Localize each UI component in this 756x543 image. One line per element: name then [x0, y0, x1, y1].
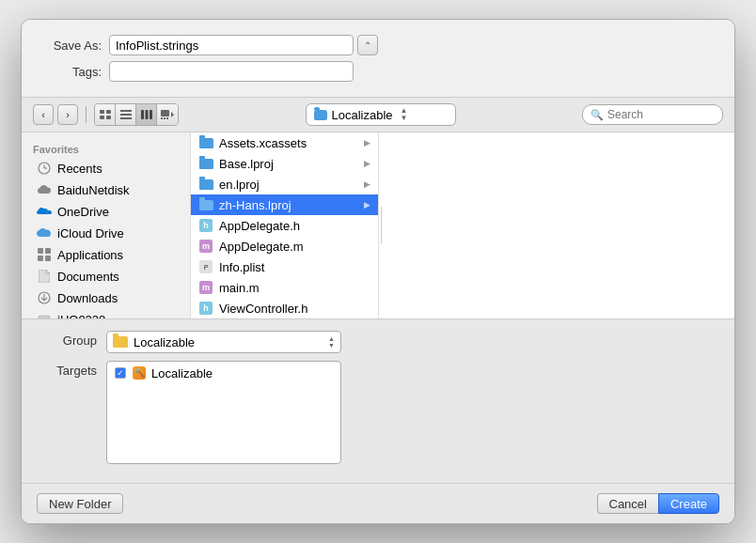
- sidebar-item-label: iCloud Drive: [57, 226, 124, 240]
- sidebar-item-downloads[interactable]: Downloads: [25, 287, 186, 308]
- app-icon: 🔨: [132, 365, 147, 380]
- m-file-icon: m: [198, 239, 213, 254]
- file-item-infoplist[interactable]: P Info.plist: [191, 256, 378, 277]
- targets-list: ✓ 🔨 Localizable: [106, 361, 341, 464]
- targets-label: Targets: [40, 361, 97, 378]
- file-name: ViewController.h: [219, 302, 307, 316]
- save-as-input[interactable]: [109, 35, 354, 55]
- sidebar-item-label: OneDrive: [57, 205, 109, 219]
- header-section: Save As: ⌃ Tags:: [22, 20, 734, 98]
- svg-rect-19: [45, 248, 51, 254]
- svg-rect-12: [164, 117, 165, 119]
- forward-button[interactable]: ›: [57, 104, 78, 125]
- save-as-row: Save As: ⌃: [40, 35, 716, 55]
- bottom-section: Group Localizable ▲ ▼ Targets ✓ 🔨 Locali…: [22, 318, 734, 483]
- sidebar-item-icloud[interactable]: iCloud Drive: [25, 223, 186, 243]
- svg-rect-0: [100, 110, 104, 114]
- group-row: Group Localizable ▲ ▼: [40, 331, 716, 353]
- target-checkbox[interactable]: ✓: [115, 367, 126, 379]
- folder-icon: [198, 197, 213, 212]
- sidebar: Favorites Recents BaiduNetdisk OneDrive: [22, 132, 191, 318]
- view-list-button[interactable]: [116, 104, 136, 125]
- file-item-appdelegate-m[interactable]: m AppDelegate.m: [191, 236, 378, 256]
- sidebar-section-favorites: Favorites: [22, 140, 190, 157]
- svg-rect-3: [106, 116, 111, 119]
- new-folder-button[interactable]: New Folder: [37, 493, 123, 514]
- target-name: Localizable: [151, 366, 213, 380]
- onedrive-icon: [37, 204, 52, 219]
- expand-button[interactable]: ⌃: [357, 35, 378, 55]
- button-bar: New Folder Cancel Create: [22, 483, 734, 523]
- location-label: Localizable: [332, 108, 393, 122]
- svg-rect-5: [120, 114, 132, 116]
- search-icon: 🔍: [591, 109, 604, 121]
- group-selector[interactable]: Localizable ▲ ▼: [106, 331, 341, 353]
- view-options: [94, 103, 179, 126]
- file-name: Assets.xcassets: [219, 136, 307, 150]
- target-item-localizable[interactable]: ✓ 🔨 Localizable: [107, 362, 340, 384]
- file-item-assets[interactable]: Assets.xcassets ▶: [191, 132, 378, 153]
- back-button[interactable]: ‹: [33, 104, 54, 125]
- file-name: en.lproj: [219, 178, 260, 192]
- h-file-icon: h: [198, 301, 213, 316]
- h-file-icon: h: [198, 218, 213, 233]
- sidebar-item-label: Recents: [57, 162, 102, 176]
- view-icons-button[interactable]: [95, 104, 116, 125]
- sidebar-item-label: Downloads: [57, 291, 118, 305]
- sidebar-item-documents[interactable]: Documents: [25, 266, 186, 287]
- file-item-viewcontroller-h[interactable]: h ViewController.h: [191, 298, 378, 318]
- folder-icon: [198, 135, 213, 150]
- svg-rect-13: [166, 117, 168, 119]
- save-dialog: Save As: ⌃ Tags: ‹ ›: [21, 19, 735, 524]
- app-icon-small: 🔨: [133, 366, 146, 380]
- file-name: main.m: [219, 281, 260, 295]
- file-name: zh-Hans.lproj: [219, 198, 291, 212]
- sidebar-item-label: BaiduNetdisk: [57, 183, 130, 197]
- resize-handle[interactable]: [379, 132, 383, 318]
- group-label: Group: [40, 331, 97, 348]
- tags-input[interactable]: [109, 61, 354, 82]
- chevron-right-icon: ▶: [364, 138, 370, 147]
- sidebar-item-iho0228[interactable]: iHO0228: [25, 309, 186, 318]
- svg-rect-20: [38, 256, 43, 261]
- svg-rect-10: [161, 110, 169, 116]
- file-item-en[interactable]: en.lproj ▶: [191, 174, 378, 194]
- file-name: Info.plist: [219, 260, 264, 274]
- folder-icon: [198, 156, 213, 171]
- svg-rect-8: [145, 110, 148, 119]
- action-buttons: Cancel Create: [597, 493, 720, 514]
- sidebar-item-baidunetdisk[interactable]: BaiduNetdisk: [25, 179, 186, 200]
- sidebar-item-applications[interactable]: Applications: [25, 244, 186, 265]
- view-gallery-button[interactable]: [157, 104, 178, 125]
- location-selector[interactable]: Localizable ▲ ▼: [306, 103, 456, 126]
- toolbar: ‹ › Localizable ▲ ▼: [22, 98, 734, 132]
- svg-marker-14: [171, 112, 174, 117]
- file-column-1: Assets.xcassets ▶ Base.lproj ▶: [191, 132, 379, 318]
- location-bar: Localizable ▲ ▼: [182, 103, 578, 126]
- file-item-zhhans[interactable]: zh-Hans.lproj ▶: [191, 194, 378, 215]
- select-chevrons: ▲ ▼: [328, 335, 335, 349]
- svg-rect-4: [120, 110, 132, 112]
- svg-rect-2: [100, 116, 104, 119]
- save-as-label: Save As:: [40, 39, 102, 53]
- location-folder-icon: [314, 110, 327, 120]
- tags-row: Tags:: [40, 61, 716, 82]
- file-name: AppDelegate.m: [219, 240, 304, 254]
- file-name: Base.lproj: [219, 157, 274, 171]
- empty-column: [383, 132, 734, 318]
- create-button[interactable]: Create: [658, 493, 719, 514]
- location-chevrons: ▲ ▼: [401, 107, 408, 122]
- sidebar-item-label: Documents: [57, 270, 119, 284]
- view-columns-button[interactable]: [136, 104, 157, 125]
- plist-file-icon: P: [198, 259, 213, 274]
- sidebar-item-onedrive[interactable]: OneDrive: [25, 201, 186, 222]
- cancel-button[interactable]: Cancel: [597, 493, 658, 514]
- m-file-icon: m: [198, 280, 213, 295]
- sidebar-item-recents[interactable]: Recents: [25, 158, 186, 178]
- chevron-right-icon: ▶: [364, 200, 370, 209]
- file-item-appdelegate-h[interactable]: h AppDelegate.h: [191, 215, 378, 236]
- file-item-main-m[interactable]: m main.m: [191, 277, 378, 298]
- search-input[interactable]: [607, 108, 715, 121]
- content-area: Favorites Recents BaiduNetdisk OneDrive: [22, 132, 734, 318]
- file-item-base[interactable]: Base.lproj ▶: [191, 153, 378, 174]
